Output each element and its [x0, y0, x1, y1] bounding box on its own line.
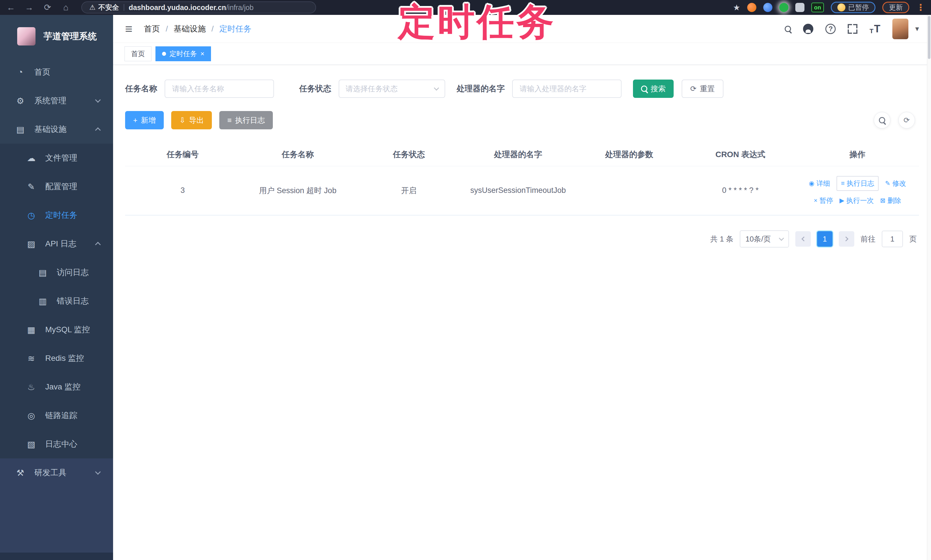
sidebar-item-system[interactable]: ⚙ 系统管理	[0, 86, 113, 115]
search-button[interactable]: 搜索	[633, 80, 674, 98]
sidebar-item-mysql-monitor[interactable]: ▦ MySQL 监控	[0, 315, 113, 344]
browser-menu-icon[interactable]: ⋮	[916, 2, 925, 13]
fullscreen-icon[interactable]	[848, 24, 857, 34]
export-label: 导出	[189, 115, 204, 125]
row-exec-log-link[interactable]: ≡ 执行日志	[837, 176, 879, 191]
security-warning[interactable]: ⚠ 不安全	[89, 3, 119, 12]
sidebar-item-error-logs[interactable]: ▥ 错误日志	[0, 287, 113, 315]
add-button[interactable]: + 新增	[125, 111, 164, 129]
tag-label: 定时任务	[170, 49, 197, 58]
tag-label: 首页	[131, 49, 145, 58]
reset-button[interactable]: ⟳ 重置	[682, 80, 723, 98]
sidebar-item-label: 基础设施	[34, 124, 66, 135]
github-icon[interactable]	[803, 24, 813, 34]
user-avatar[interactable]	[892, 18, 908, 39]
column-header-cron: CRON 表达式	[685, 143, 796, 166]
extension-on-badge[interactable]: on	[811, 3, 824, 12]
chevron-up-icon	[95, 242, 101, 248]
update-button[interactable]: 更新	[882, 2, 909, 13]
extensions-puzzle-icon[interactable]	[795, 3, 805, 12]
edit-icon: ✎	[885, 180, 890, 186]
browser-home-icon[interactable]: ⌂	[61, 0, 71, 15]
next-page-button[interactable]	[839, 231, 854, 247]
reset-label: 重置	[700, 84, 715, 94]
tools-icon: ⚒	[14, 468, 26, 478]
prev-page-button[interactable]	[795, 231, 811, 247]
run-once-link[interactable]: ▶ 执行一次	[839, 196, 874, 205]
handler-name-input[interactable]	[512, 80, 621, 98]
toggle-search-button[interactable]	[874, 112, 890, 128]
select-placeholder: 请选择任务状态	[345, 84, 398, 94]
sidebar-item-dev-tools[interactable]: ⚒ 研发工具	[0, 458, 113, 487]
clock-icon: ◷	[25, 210, 37, 220]
breadcrumb-infrastructure[interactable]: 基础设施	[174, 23, 205, 34]
export-button[interactable]: ⇩ 导出	[171, 111, 212, 129]
log-icon: ▧	[25, 439, 37, 449]
delete-link[interactable]: ⊠ 删除	[880, 196, 901, 205]
search-icon	[879, 117, 885, 123]
sidebar-item-label: 访问日志	[57, 267, 89, 278]
sidebar-item-access-logs[interactable]: ▤ 访问日志	[0, 258, 113, 287]
emoji-avatar	[837, 3, 845, 11]
sidebar-item-config-management[interactable]: ✎ 配置管理	[0, 172, 113, 201]
browser-forward-icon[interactable]: →	[24, 0, 34, 15]
browser-back-icon[interactable]: ←	[6, 0, 16, 15]
help-icon[interactable]: ?	[825, 24, 835, 34]
task-name-input[interactable]	[165, 80, 274, 98]
bookmark-star-icon[interactable]: ★	[733, 3, 740, 12]
page-unit-label: 页	[909, 234, 917, 244]
task-status-select[interactable]: 请选择任务状态	[339, 80, 445, 98]
extension-icon[interactable]	[779, 3, 788, 12]
extension-icon[interactable]	[763, 3, 772, 12]
url-path: /infra/job	[226, 3, 254, 11]
sidebar-item-label: Redis 监控	[45, 353, 84, 364]
goto-page-input[interactable]	[882, 231, 903, 247]
cell-task-name: 用户 Session 超时 Job	[240, 166, 355, 215]
sidebar-item-redis-monitor[interactable]: ≋ Redis 监控	[0, 344, 113, 372]
page-size-select[interactable]: 10条/页	[740, 230, 789, 248]
scrollbar-thumb[interactable]	[928, 16, 930, 59]
tag-home[interactable]: 首页	[125, 46, 151, 61]
chevron-down-icon[interactable]: ▾	[915, 24, 919, 33]
exec-log-label: 执行日志	[846, 179, 874, 188]
detail-link[interactable]: ◉ 详细	[809, 179, 830, 188]
play-icon: ▶	[839, 197, 844, 204]
refresh-button[interactable]: ⟳	[899, 112, 915, 128]
sidebar-item-file-management[interactable]: ☁ 文件管理	[0, 144, 113, 172]
address-bar[interactable]: ⚠ 不安全 dashboard.yudao.iocoder.cn/infra/j…	[81, 2, 316, 14]
table-row: 3 用户 Session 超时 Job 开启 sysUserSessionTim…	[125, 166, 919, 215]
sidebar-item-api-logs[interactable]: ▨ API 日志	[0, 229, 113, 258]
sidebar-item-java-monitor[interactable]: ♨ Java 监控	[0, 372, 113, 401]
scrollbar-track[interactable]	[927, 15, 931, 560]
pause-link[interactable]: × 暂停	[814, 196, 833, 205]
sidebar-item-tracing[interactable]: ◎ 链路追踪	[0, 401, 113, 430]
chevron-down-icon	[434, 85, 439, 91]
sidebar-item-scheduled-tasks[interactable]: ◷ 定时任务	[0, 201, 113, 229]
grid-icon: ▤	[14, 125, 26, 134]
font-size-icon[interactable]: T T	[869, 23, 880, 35]
current-page-button[interactable]: 1	[817, 231, 832, 247]
breadcrumb-separator: /	[166, 24, 168, 34]
app-logo[interactable]: 芋道管理系统	[0, 15, 113, 58]
breadcrumb-home[interactable]: 首页	[144, 23, 160, 34]
sidebar-item-infrastructure[interactable]: ▤ 基础设施	[0, 115, 113, 144]
close-icon[interactable]: ×	[200, 50, 204, 57]
sidebar-item-log-center[interactable]: ▧ 日志中心	[0, 430, 113, 458]
sidebar-item-label: 错误日志	[57, 295, 89, 306]
search-icon	[641, 86, 647, 92]
page-url[interactable]: dashboard.yudao.iocoder.cn/infra/job	[129, 3, 254, 12]
browser-extensions: ★ on 已暂停 更新 ⋮	[733, 2, 925, 13]
exec-log-button[interactable]: ≡ 执行日志	[219, 111, 273, 129]
browser-reload-icon[interactable]: ⟳	[42, 0, 53, 15]
tag-scheduled-tasks[interactable]: 定时任务 ×	[156, 46, 211, 61]
sidebar-item-label: 文件管理	[45, 152, 77, 163]
sidebar-collapse-icon[interactable]: ≡	[125, 23, 133, 35]
sidebar-item-home[interactable]: ◔ 首页	[0, 58, 113, 86]
paused-button[interactable]: 已暂停	[831, 2, 876, 13]
edit-link[interactable]: ✎ 修改	[885, 179, 906, 188]
jobs-table: 任务编号 任务名称 任务状态 处理器的名字 处理器的参数 CRON 表达式 操作…	[125, 143, 919, 215]
extension-icon[interactable]	[747, 3, 756, 12]
column-header-handler: 处理器的名字	[462, 143, 574, 166]
search-icon[interactable]	[785, 26, 791, 32]
column-header-name: 任务名称	[240, 143, 355, 166]
